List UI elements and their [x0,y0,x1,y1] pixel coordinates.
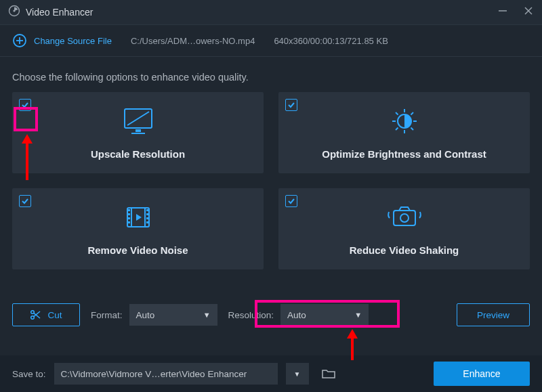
close-button[interactable] [523,6,534,18]
check-icon [287,197,295,205]
camera-shake-icon [384,202,425,232]
checkbox-upscale[interactable] [19,99,31,111]
monitor-icon [121,106,156,136]
save-path-dropdown[interactable]: ▼ [286,363,309,385]
card-label: Reduce Video Shaking [350,244,459,256]
format-label: Format: [91,310,123,320]
chevron-down-icon: ▼ [203,311,211,319]
card-label: Upscale Resolution [91,148,185,160]
minimize-button[interactable] [497,6,508,18]
chevron-down-icon: ▼ [354,311,362,319]
card-label: Remove Video Noise [87,244,188,256]
resolution-label: Resolution: [228,310,274,320]
checkbox-denoise[interactable] [19,195,31,207]
card-reduce-shaking[interactable]: Reduce Video Shaking [278,188,530,269]
svg-line-17 [396,112,398,115]
source-path: C:/Users/ADM…owers-NO.mp4 [131,36,255,46]
checkbox-optimize[interactable] [285,99,297,111]
scissors-icon [30,309,41,320]
svg-line-18 [411,127,413,130]
svg-line-9 [127,112,149,125]
save-to-label: Save to: [12,369,46,379]
format-select[interactable]: Auto ▼ [129,304,217,326]
svg-rect-27 [128,221,130,223]
check-icon [21,101,29,109]
svg-rect-24 [128,209,130,211]
card-label: Optimize Brightness and Contrast [322,148,486,160]
chevron-down-icon: ▼ [294,370,301,378]
svg-point-33 [400,214,409,222]
preview-button[interactable]: Preview [457,303,530,326]
check-icon [21,197,29,205]
preview-label: Preview [477,310,509,320]
svg-rect-25 [128,213,130,215]
svg-point-1 [13,9,15,12]
change-source-label: Change Source File [34,36,112,46]
open-folder-button[interactable] [317,363,340,385]
svg-rect-29 [146,213,148,215]
svg-rect-28 [146,209,148,211]
svg-point-34 [31,311,35,314]
film-icon [121,202,156,232]
source-info: 640x360/00:00:13/721.85 KB [274,36,388,46]
cut-button[interactable]: Cut [12,303,80,326]
svg-line-20 [396,127,398,130]
plus-circle-icon [12,33,27,48]
cut-label: Cut [47,310,62,320]
svg-line-19 [411,112,413,115]
app-icon [8,5,20,20]
card-optimize-brightness[interactable]: Optimize Brightness and Contrast [278,92,530,173]
card-upscale-resolution[interactable]: Upscale Resolution [12,92,264,173]
svg-point-35 [31,316,35,320]
change-source-button[interactable]: Change Source File [12,33,112,48]
folder-icon [322,368,335,379]
svg-rect-32 [394,211,415,225]
check-icon [287,101,295,109]
format-value: Auto [136,310,155,320]
svg-rect-30 [146,217,148,219]
card-remove-noise[interactable]: Remove Video Noise [12,188,264,269]
resolution-select[interactable]: Auto ▼ [280,304,369,326]
save-path-box[interactable]: C:\Vidmore\Vidmore V…erter\Video Enhance… [54,363,278,385]
brightness-icon [387,106,422,136]
app-title: Video Enhancer [26,7,93,18]
titlebar: Video Enhancer [0,0,542,24]
resolution-value: Auto [287,310,306,320]
bottom-bar: Save to: C:\Vidmore\Vidmore V…erter\Vide… [0,355,542,392]
checkbox-deshake[interactable] [285,195,297,207]
enhance-button[interactable]: Enhance [434,362,530,386]
svg-marker-41 [347,329,358,339]
svg-rect-31 [146,221,148,223]
enhance-label: Enhance [463,368,500,379]
controls-row: Cut Format: Auto ▼ Resolution: Auto ▼ Pr… [0,303,542,326]
save-path-value: C:\Vidmore\Vidmore V…erter\Video Enhance… [61,369,247,379]
svg-rect-10 [136,129,141,132]
instruction-text: Choose the following options to enhance … [0,57,542,89]
source-bar: Change Source File C:/Users/ADM…owers-NO… [0,24,542,57]
svg-rect-26 [128,217,130,219]
